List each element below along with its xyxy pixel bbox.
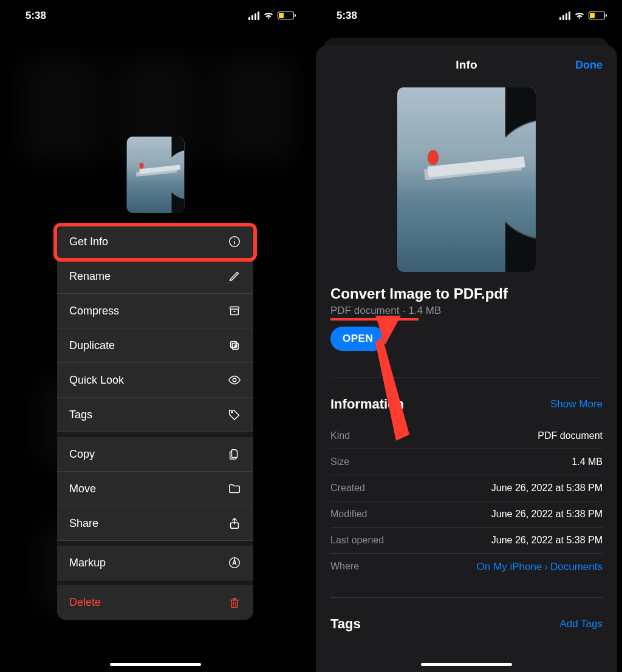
status-bar: 5:38 <box>0 0 311 27</box>
svg-point-9 <box>233 378 236 382</box>
info-row-kind: Kind PDF document <box>330 423 603 449</box>
menu-move[interactable]: Move <box>57 472 253 506</box>
status-time: 5:38 <box>26 10 46 22</box>
menu-item-label: Move <box>69 483 96 495</box>
svg-rect-6 <box>231 342 237 348</box>
where-link[interactable]: On My iPhone›Documents <box>477 561 603 573</box>
info-key: Created <box>330 483 365 494</box>
trash-icon <box>228 596 241 609</box>
archive-icon <box>228 304 241 317</box>
cellular-icon <box>559 12 570 20</box>
file-thumbnail[interactable] <box>127 137 185 213</box>
folder-icon <box>228 482 241 495</box>
markup-icon <box>228 556 241 569</box>
info-value: June 26, 2022 at 5:38 PM <box>491 483 603 494</box>
info-value: June 26, 2022 at 5:38 PM <box>491 535 603 546</box>
menu-quick-look[interactable]: Quick Look <box>57 363 253 398</box>
info-value: 1.4 MB <box>572 456 603 467</box>
menu-duplicate[interactable]: Duplicate <box>57 328 253 363</box>
add-tags-button[interactable]: Add Tags <box>559 618 603 630</box>
done-button[interactable]: Done <box>575 59 603 72</box>
home-indicator <box>110 663 201 666</box>
information-heading: Information <box>330 396 404 412</box>
info-value: June 26, 2022 at 5:38 PM <box>491 509 603 520</box>
info-row-size: Size 1.4 MB <box>330 449 603 475</box>
menu-item-label: Compress <box>69 305 119 317</box>
show-more-button[interactable]: Show More <box>550 398 603 410</box>
pencil-icon <box>228 270 241 283</box>
info-key: Where <box>330 561 359 573</box>
share-icon <box>228 517 241 530</box>
duplicate-icon <box>228 339 241 352</box>
menu-item-label: Share <box>69 517 98 530</box>
annotation-underline <box>330 318 419 321</box>
tag-icon <box>228 408 241 421</box>
menu-get-info[interactable]: Get Info <box>57 225 253 259</box>
menu-item-label: Markup <box>69 557 106 569</box>
status-time: 5:38 <box>337 10 357 22</box>
menu-item-label: Copy <box>69 448 95 461</box>
wifi-icon <box>574 12 585 20</box>
menu-item-label: Duplicate <box>69 339 115 352</box>
open-button[interactable]: OPEN <box>330 327 385 351</box>
menu-item-label: Delete <box>69 596 101 609</box>
tags-heading: Tags <box>330 616 361 632</box>
svg-rect-3 <box>230 307 239 310</box>
file-preview[interactable] <box>397 87 536 272</box>
menu-delete[interactable]: Delete <box>57 585 253 620</box>
left-screenshot: 5:38 Get Info Rename Compress <box>0 0 311 672</box>
menu-item-label: Quick Look <box>69 374 124 387</box>
status-bar: 5:38 <box>311 0 622 27</box>
menu-item-label: Get Info <box>69 236 108 248</box>
sheet-title: Info <box>456 58 477 72</box>
info-row-where: Where On My iPhone›Documents <box>330 554 603 580</box>
info-row-last-opened: Last opened June 26, 2022 at 5:38 PM <box>330 528 603 554</box>
menu-tags[interactable]: Tags <box>57 398 253 432</box>
menu-markup[interactable]: Markup <box>57 546 253 580</box>
menu-compress[interactable]: Compress <box>57 294 253 328</box>
copy-icon <box>228 447 241 461</box>
chevron-right-icon: › <box>544 561 548 572</box>
file-subtitle: PDF document - 1.4 MB <box>330 305 441 317</box>
info-value: PDF document <box>538 430 603 441</box>
svg-point-10 <box>231 412 233 413</box>
right-screenshot: 5:38 Info Done Convert Image to PDF.pdf … <box>311 0 622 672</box>
battery-icon <box>278 12 294 19</box>
cellular-icon <box>248 12 259 20</box>
information-list: Kind PDF document Size 1.4 MB Created Ju… <box>330 423 603 580</box>
info-key: Modified <box>330 509 367 520</box>
info-row-created: Created June 26, 2022 at 5:38 PM <box>330 475 603 501</box>
menu-share[interactable]: Share <box>57 506 253 541</box>
menu-item-label: Rename <box>69 270 111 283</box>
menu-rename[interactable]: Rename <box>57 259 253 294</box>
svg-point-2 <box>234 239 234 239</box>
battery-icon <box>589 12 605 19</box>
context-menu: Get Info Rename Compress Duplicate Quick… <box>57 225 253 620</box>
info-sheet: Info Done Convert Image to PDF.pdf PDF d… <box>316 45 617 672</box>
menu-item-label: Tags <box>69 409 92 421</box>
info-key: Kind <box>330 430 350 441</box>
menu-copy[interactable]: Copy <box>57 437 253 472</box>
eye-icon <box>228 373 241 387</box>
home-indicator <box>421 663 512 666</box>
info-row-modified: Modified June 26, 2022 at 5:38 PM <box>330 501 603 528</box>
info-icon <box>228 235 241 248</box>
file-name: Convert Image to PDF.pdf <box>330 285 603 302</box>
info-key: Last opened <box>330 535 384 546</box>
info-key: Size <box>330 456 349 467</box>
wifi-icon <box>263 12 274 20</box>
